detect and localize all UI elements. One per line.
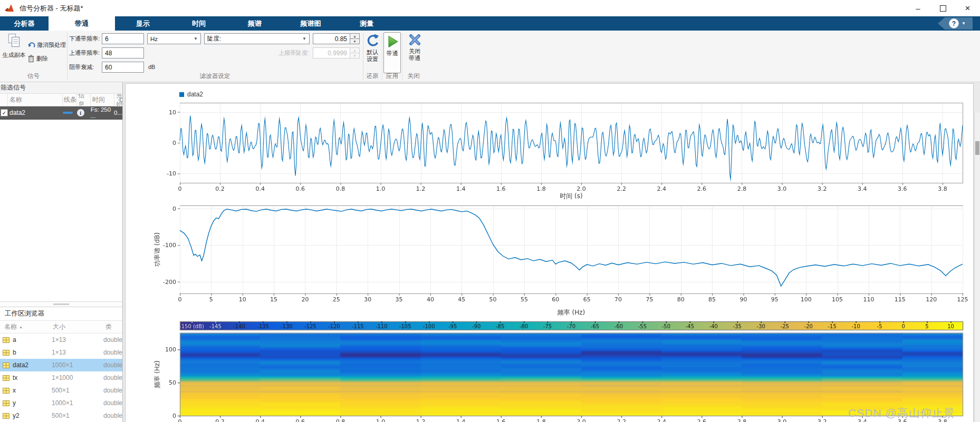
filtered-signals-header: 筛选信号	[0, 82, 122, 94]
chevron-down-icon: ▼	[194, 36, 198, 41]
close-bandpass-button[interactable]: 关闭带通	[403, 33, 426, 62]
spin-up-icon: ▲	[350, 47, 360, 53]
spin-up-icon[interactable]: ▲	[350, 33, 360, 39]
matlab-logo-icon	[4, 4, 15, 13]
ws-size-column-header[interactable]: 大小	[53, 322, 105, 331]
legend-swatch-icon	[179, 92, 184, 97]
variable-icon	[3, 350, 9, 356]
tab-analyzer[interactable]: 分析器	[0, 16, 49, 31]
steepness-spinner[interactable]: ▲▼	[313, 33, 360, 44]
variable-icon	[3, 337, 9, 343]
variable-icon	[3, 388, 9, 394]
undo-preprocess-label: 撤消预处理	[37, 41, 66, 49]
filter-group-caption: 滤波器设定	[67, 72, 363, 80]
apply-bandpass-icon	[386, 35, 399, 48]
delete-button[interactable]: 删除	[27, 54, 48, 63]
upper-steepness-label: 上频带陡度:	[252, 47, 309, 58]
maximize-icon	[940, 5, 946, 12]
spin-down-icon[interactable]: ▼	[350, 39, 360, 44]
tab-measure[interactable]: 测量	[339, 16, 395, 31]
close-caption: 关闭	[402, 72, 425, 80]
sort-ascending-icon: ▲	[19, 325, 23, 329]
workspace-row[interactable]: y2 500×1 double	[0, 409, 122, 422]
frequency-unit-select[interactable]: Hz ▼	[147, 33, 201, 44]
copy-icon	[8, 33, 21, 48]
splitter-grip-icon	[53, 303, 69, 305]
default-settings-button[interactable]: 默认设置	[362, 33, 383, 63]
line-style-swatch[interactable]	[63, 112, 73, 114]
minimize-button[interactable]: –	[906, 0, 930, 16]
steepness-value-input[interactable]	[313, 33, 350, 44]
info-column-header[interactable]: 信息	[77, 94, 91, 106]
plots-canvas[interactable]	[126, 84, 973, 422]
db-unit-label: dB	[148, 62, 155, 73]
help-icon: ?	[949, 18, 959, 28]
workspace-row[interactable]: x 500×1 double	[0, 384, 122, 397]
upper-steepness-value-input	[313, 47, 350, 58]
info-icon[interactable]: i	[77, 109, 84, 116]
name-column-header[interactable]: 名称	[8, 94, 63, 106]
upper-steepness-spinner: ▲▼	[313, 47, 360, 58]
stopband-label: 阻带衰减:	[69, 62, 94, 73]
upper-passband-input[interactable]	[102, 47, 144, 58]
signal-checkbox[interactable]: ✓	[1, 109, 8, 116]
workspace-browser-header: 工作区浏览器	[0, 307, 122, 321]
close-bandpass-icon	[408, 33, 421, 46]
help-button[interactable]: ? ▼	[938, 17, 973, 30]
ribbon-toolstrip: 生成副本 撤消预处理 删除 信号 下通带频率: Hz ▼	[0, 31, 980, 82]
close-button[interactable]: ×	[955, 0, 980, 16]
workspace-row[interactable]: b 1×13 double	[0, 346, 122, 359]
workspace-row[interactable]: y 1000×1 double	[0, 397, 122, 409]
lower-passband-input[interactable]	[102, 33, 144, 44]
signal-analyzer-window: 信号分析器 - 无标题* – × 分析器 带通 显示 时间 频谱 频谱图 测量 …	[0, 0, 980, 422]
variable-icon	[3, 400, 9, 406]
restore-caption: 还原	[362, 72, 383, 80]
ws-class-column-header[interactable]: 类	[105, 322, 122, 331]
variable-icon	[3, 375, 9, 381]
legend-label: data2	[187, 91, 203, 98]
vertical-scrollbar[interactable]	[974, 113, 980, 422]
filtered-signals-column-header: 名称 线条 信息 时间 开始	[0, 94, 122, 106]
plot-content-area: data2 CSDN @高山仰止景	[123, 82, 980, 422]
check-column-header	[0, 94, 8, 106]
main-area: 筛选信号 名称 线条 信息 时间 开始	[0, 82, 980, 422]
generate-copy-button[interactable]: 生成副本	[1, 33, 27, 70]
stopband-input[interactable]	[102, 62, 144, 73]
ribbon-tabbar: 分析器 带通 显示 时间 频谱 频谱图 测量 ? ▼	[0, 16, 980, 31]
tab-spectrum[interactable]: 频谱	[227, 16, 283, 31]
panel-splitter[interactable]	[0, 301, 122, 307]
tab-display[interactable]: 显示	[115, 16, 171, 31]
variable-icon	[3, 413, 9, 419]
generate-copy-label: 生成副本	[3, 51, 26, 59]
workspace-row[interactable]: a 1×13 double	[0, 333, 122, 346]
plot-legend[interactable]: data2	[179, 91, 203, 98]
steepness-select[interactable]: 陡度: ▼	[204, 33, 310, 44]
variable-icon	[3, 362, 9, 368]
scrollbar-thumb[interactable]	[975, 141, 979, 155]
time-column-header[interactable]: 时间	[91, 94, 114, 106]
spin-down-icon: ▼	[350, 53, 360, 58]
line-column-header[interactable]: 线条	[63, 94, 78, 106]
workspace-row-selected[interactable]: data2 1000×1 double	[0, 359, 122, 371]
window-title: 信号分析器 - 无标题*	[20, 4, 83, 13]
maximize-button[interactable]	[930, 0, 955, 16]
tab-bandpass[interactable]: 带通	[49, 16, 115, 31]
ws-name-column-header[interactable]: 名称 ▲	[0, 322, 53, 331]
apply-bandpass-button[interactable]: 带通	[383, 32, 401, 73]
reset-icon	[366, 33, 380, 47]
signal-row-data2[interactable]: ✓ data2 i Fs: 250 ... 0...	[0, 106, 122, 120]
titlebar: 信号分析器 - 无标题* – ×	[0, 0, 980, 16]
chevron-down-icon: ▼	[962, 21, 966, 26]
undo-preprocess-button[interactable]: 撤消预处理	[27, 41, 66, 49]
filtered-signals-empty-area	[0, 120, 122, 301]
workspace-row[interactable]: tx 1×1000 double	[0, 371, 122, 384]
plot-panel: data2 CSDN @高山仰止景	[125, 83, 974, 422]
lower-passband-label: 下通带频率:	[69, 33, 100, 44]
signal-start: 0...	[112, 106, 122, 119]
gear-icon[interactable]	[118, 96, 122, 103]
sidebar: 筛选信号 名称 线条 信息 时间 开始	[0, 82, 123, 422]
tab-time[interactable]: 时间	[171, 16, 227, 31]
tab-spectrogram[interactable]: 频谱图	[283, 16, 339, 31]
apply-caption: 应用	[383, 72, 401, 80]
chevron-down-icon: ▼	[302, 36, 306, 41]
